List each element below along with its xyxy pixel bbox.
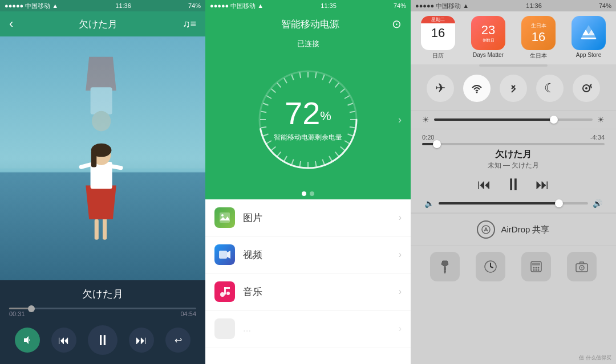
calculator-button[interactable] xyxy=(521,252,551,281)
video-label: 视频 xyxy=(243,248,399,261)
svg-line-30 xyxy=(335,152,339,157)
music-title: 欠けた月 xyxy=(0,280,205,305)
svg-line-23 xyxy=(348,103,353,105)
app-calendar[interactable]: 星期二 16 日历 xyxy=(415,16,461,60)
power-header: 智能移动电源 ⊙ xyxy=(205,11,411,36)
music-progress-track[interactable] xyxy=(9,308,196,309)
app-birthday[interactable]: 生日本 16 生日本 xyxy=(516,16,561,60)
prev-button[interactable]: ⏮ xyxy=(51,328,76,353)
np-prev-button[interactable]: ⏮ xyxy=(477,177,491,193)
music-status-bar: ●●●●● 中国移动 ▲ 11:36 74% xyxy=(0,0,205,11)
svg-rect-64 xyxy=(581,38,596,39)
svg-line-20 xyxy=(335,83,339,88)
app-appstore[interactable]: App Store xyxy=(566,16,611,60)
ios-panel: ●●●●● 中国移动 ▲ 11:36 74% 星期二 16 日历 23 倒数日 … xyxy=(411,0,616,364)
np-pause-button[interactable]: ⏸ xyxy=(505,175,522,194)
power-dot-2 xyxy=(310,191,314,196)
ios-bottom-tools xyxy=(411,246,616,287)
brightness-slider[interactable] xyxy=(434,118,593,121)
next-button[interactable]: ⏭ xyxy=(129,328,154,353)
power-dot-1 xyxy=(302,191,306,196)
svg-marker-5 xyxy=(86,186,116,219)
svg-point-79 xyxy=(538,267,540,269)
volume-thumb[interactable] xyxy=(555,199,563,207)
daysmatter-small: 倒数日 xyxy=(483,38,495,43)
airdrop-row[interactable]: AirDrop 共享 xyxy=(411,213,616,246)
svg-line-37 xyxy=(284,156,287,161)
brightness-thumb[interactable] xyxy=(550,116,558,124)
playlist-icon[interactable]: ♫≡ xyxy=(183,18,196,30)
power-menu-item-music[interactable]: 音乐 › xyxy=(205,273,411,310)
svg-line-51 xyxy=(299,72,301,78)
wifi-button[interactable] xyxy=(463,75,491,102)
volume-button[interactable] xyxy=(15,328,40,353)
power-percent-sign: % xyxy=(320,109,331,123)
np-next-button[interactable]: ⏭ xyxy=(536,177,549,193)
power-bank-panel: ●●●●● 中国移动 ▲ 11:35 74% 智能移动电源 ⊙ 已连接 xyxy=(205,0,411,364)
svg-line-28 xyxy=(345,141,350,144)
dnd-button[interactable]: ☾ xyxy=(536,75,564,102)
svg-line-42 xyxy=(261,127,266,128)
birthday-label: 生日本 xyxy=(530,52,547,60)
np-progress-track[interactable] xyxy=(422,143,605,145)
svg-line-50 xyxy=(291,75,293,80)
svg-marker-12 xyxy=(86,57,116,91)
volume-low-icon: 🔈 xyxy=(424,199,434,208)
power-title: 智能移动电源 xyxy=(228,18,392,31)
np-title: 欠けた月 xyxy=(422,149,605,161)
calendar-day-label: 星期二 xyxy=(421,16,455,23)
svg-line-32 xyxy=(322,159,324,165)
back-icon[interactable]: ‹ xyxy=(9,17,13,31)
camera-button[interactable] xyxy=(567,252,597,281)
app-daysmatter[interactable]: 23 倒数日 Days Matter xyxy=(465,16,511,60)
pause-button[interactable]: ⏸ xyxy=(88,325,117,355)
ios-now-playing: 0:20 -4:34 欠けた月 未知 — 欠けた月 ⏮ ⏸ ⏭ 🔈 🔊 xyxy=(411,129,616,213)
power-menu-item-photos[interactable]: 图片 › xyxy=(205,199,411,236)
rotation-lock-button[interactable] xyxy=(573,75,600,102)
power-time: 11:35 xyxy=(321,2,337,9)
power-percent-value: 72 xyxy=(285,95,320,131)
power-menu-item-video[interactable]: 视频 › xyxy=(205,236,411,273)
music-progress-fill xyxy=(9,308,30,309)
clock-button[interactable] xyxy=(476,252,505,281)
ios-battery: 74% xyxy=(599,2,611,9)
birthday-number: 16 xyxy=(532,30,545,44)
svg-point-81 xyxy=(536,269,537,271)
power-menu: 图片 › 视频 › 音乐 › ... › xyxy=(205,199,411,364)
music-controls: ⏮ ⏸ ⏭ ↩ xyxy=(0,321,205,364)
svg-line-74 xyxy=(491,267,493,268)
svg-point-65 xyxy=(476,92,478,93)
svg-rect-70 xyxy=(444,267,446,271)
np-progress-thumb[interactable] xyxy=(433,140,441,148)
svg-point-77 xyxy=(533,267,535,269)
svg-line-17 xyxy=(315,72,317,78)
more-icon xyxy=(214,318,235,339)
volume-slider[interactable] xyxy=(439,202,588,205)
bluetooth-button[interactable] xyxy=(500,75,527,102)
music-player-panel: ●●●●● 中国移动 ▲ 11:36 74% ‹ 欠けた月 ♫≡ xyxy=(0,0,205,364)
svg-point-68 xyxy=(482,226,490,234)
svg-line-49 xyxy=(284,78,287,83)
power-battery: 74% xyxy=(394,2,406,9)
svg-rect-58 xyxy=(219,251,227,259)
svg-line-39 xyxy=(271,147,276,150)
watermark: 值 什么值得买 xyxy=(579,354,611,362)
svg-line-40 xyxy=(266,141,271,144)
power-settings-icon[interactable]: ⊙ xyxy=(392,17,402,31)
svg-rect-4 xyxy=(103,216,107,240)
flashlight-button[interactable] xyxy=(430,252,460,281)
svg-line-38 xyxy=(277,152,281,157)
more-chevron: › xyxy=(399,324,402,334)
video-chevron: › xyxy=(399,250,402,260)
ios-apps-grid: 星期二 16 日历 23 倒数日 Days Matter 生日本 16 生日本 xyxy=(411,11,616,64)
svg-line-26 xyxy=(350,127,355,128)
np-controls: ⏮ ⏸ ⏭ xyxy=(422,175,605,194)
music-time-total: 04:54 xyxy=(180,310,196,317)
power-chevron-right[interactable]: › xyxy=(398,114,402,126)
ios-carrier: ●●●●● 中国移动 ▲ xyxy=(415,2,469,10)
airplane-mode-button[interactable]: ✈ xyxy=(427,75,454,102)
svg-line-48 xyxy=(277,83,281,88)
music-progress-thumb[interactable] xyxy=(28,305,35,312)
power-menu-item-more[interactable]: ... › xyxy=(205,310,411,347)
repeat-button[interactable]: ↩ xyxy=(165,328,191,353)
